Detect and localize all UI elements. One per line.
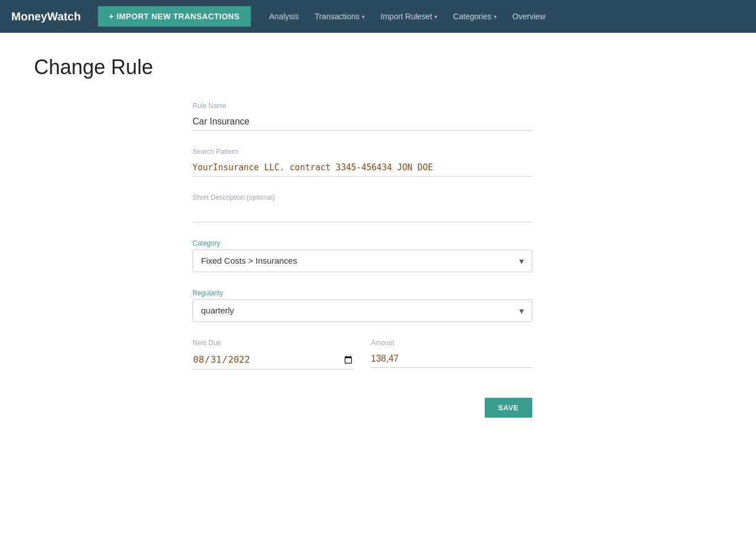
category-label: Category bbox=[193, 239, 532, 247]
category-select-wrapper: Fixed Costs > Insurances Fixed Costs > O… bbox=[193, 250, 532, 272]
page-title: Change Rule bbox=[34, 55, 722, 79]
save-btn-wrapper: SAVE bbox=[193, 398, 532, 418]
rule-name-group: Rule Name bbox=[193, 102, 532, 131]
short-description-input[interactable] bbox=[193, 205, 532, 222]
chevron-down-icon: ▾ bbox=[494, 14, 497, 20]
short-description-group: Short Description (optional) bbox=[193, 194, 532, 222]
regularity-group: Regularity daily weekly monthly quarterl… bbox=[193, 289, 532, 322]
next-due-input[interactable] bbox=[193, 350, 354, 370]
navbar: MoneyWatch + IMPORT NEW TRANSACTIONS Ana… bbox=[0, 0, 756, 33]
amount-input[interactable] bbox=[371, 350, 532, 368]
search-pattern-group: Search Pattern bbox=[193, 148, 532, 177]
chevron-down-icon: ▾ bbox=[519, 306, 524, 316]
next-due-group: Next Due bbox=[193, 339, 354, 370]
rule-name-input[interactable] bbox=[193, 113, 532, 131]
category-select[interactable]: Fixed Costs > Insurances Fixed Costs > O… bbox=[201, 256, 509, 265]
rule-name-label: Rule Name bbox=[193, 102, 532, 110]
brand-logo: MoneyWatch bbox=[11, 10, 81, 23]
import-transactions-button[interactable]: + IMPORT NEW TRANSACTIONS bbox=[98, 6, 251, 27]
search-pattern-input[interactable] bbox=[193, 159, 532, 177]
chevron-down-icon: ▾ bbox=[362, 14, 365, 20]
nav-item-analysis[interactable]: Analysis bbox=[262, 7, 305, 25]
amount-label: Amount bbox=[371, 339, 532, 347]
short-description-label: Short Description (optional) bbox=[193, 194, 532, 201]
nav-menu: Analysis Transactions ▾ Import Ruleset ▾… bbox=[262, 7, 552, 25]
main-content: Change Rule Rule Name Search Pattern Sho… bbox=[0, 33, 756, 440]
chevron-down-icon: ▾ bbox=[519, 256, 524, 267]
regularity-select-wrapper: daily weekly monthly quarterly yearly ▾ bbox=[193, 299, 532, 322]
category-group: Category Fixed Costs > Insurances Fixed … bbox=[193, 239, 532, 272]
chevron-down-icon: ▾ bbox=[434, 14, 437, 20]
save-button[interactable]: SAVE bbox=[485, 398, 532, 418]
regularity-label: Regularity bbox=[193, 289, 532, 297]
nav-item-transactions[interactable]: Transactions ▾ bbox=[307, 7, 371, 25]
search-pattern-label: Search Pattern bbox=[193, 148, 532, 156]
nav-item-categories[interactable]: Categories ▾ bbox=[446, 7, 503, 25]
next-due-label: Next Due bbox=[193, 339, 354, 347]
nav-item-overview[interactable]: Overview bbox=[506, 7, 552, 25]
due-amount-row: Next Due Amount bbox=[193, 339, 532, 386]
nav-item-import-ruleset[interactable]: Import Ruleset ▾ bbox=[374, 7, 444, 25]
regularity-select[interactable]: daily weekly monthly quarterly yearly bbox=[201, 306, 509, 315]
amount-group: Amount bbox=[371, 339, 532, 370]
change-rule-form: Rule Name Search Pattern Short Descripti… bbox=[193, 102, 532, 418]
